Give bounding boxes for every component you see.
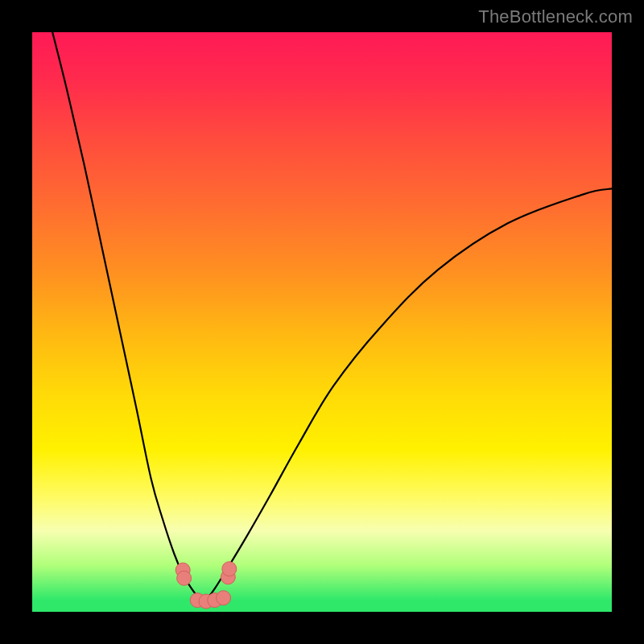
marker-point	[222, 562, 237, 576]
plot-area	[32, 32, 612, 612]
chart-frame: TheBottleneck.com	[0, 0, 644, 644]
curve-right-branch	[206, 188, 612, 600]
marker-point	[177, 571, 192, 585]
curve-left-branch	[52, 32, 200, 601]
highlighted-points	[175, 562, 237, 609]
curve-layer	[32, 32, 612, 612]
watermark-text: TheBottleneck.com	[478, 6, 633, 27]
marker-point	[217, 591, 231, 605]
